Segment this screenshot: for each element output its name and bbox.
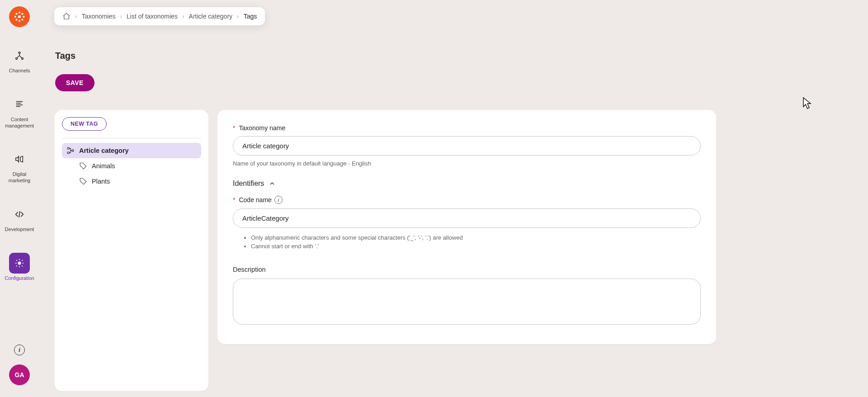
sidebar-item-digital-marketing[interactable]: Digital marketing xyxy=(0,149,39,184)
code-name-rules: Only alphanumeric characters and some sp… xyxy=(251,234,701,250)
svg-point-1 xyxy=(19,12,20,14)
sidebar-item-label: Configuration xyxy=(5,275,34,282)
svg-point-5 xyxy=(16,13,18,15)
sidebar-item-configuration[interactable]: Configuration xyxy=(0,253,39,282)
cursor-icon xyxy=(802,97,813,110)
chevron-right-icon: › xyxy=(237,13,239,20)
tag-icon xyxy=(79,162,87,170)
svg-point-11 xyxy=(22,58,24,60)
breadcrumb: › Taxonomies › List of taxonomies › Arti… xyxy=(54,7,265,25)
rule-item: Only alphanumeric characters and some sp… xyxy=(251,234,701,241)
form-panel: * Taxonomy name Name of your taxonomy in… xyxy=(217,110,716,344)
chevron-right-icon: › xyxy=(120,13,122,20)
channels-icon xyxy=(9,45,30,66)
sidebar-item-label: Digital marketing xyxy=(9,171,30,184)
svg-point-0 xyxy=(18,15,21,18)
hierarchy-icon xyxy=(66,147,75,155)
svg-point-12 xyxy=(18,262,21,265)
chevron-right-icon: › xyxy=(75,13,77,20)
app-logo[interactable] xyxy=(9,6,30,27)
marketing-icon xyxy=(9,149,30,170)
logo-icon xyxy=(13,10,26,23)
avatar[interactable]: GA xyxy=(9,364,30,385)
development-icon xyxy=(9,204,30,225)
sidebar-bottom: i GA xyxy=(9,345,30,397)
svg-point-4 xyxy=(23,16,24,18)
code-name-label: * Code name i xyxy=(233,196,701,204)
svg-point-10 xyxy=(16,58,18,60)
help-icon[interactable]: i xyxy=(14,345,25,355)
sidebar-item-label: Development xyxy=(5,227,34,233)
save-button[interactable]: SAVE xyxy=(55,74,94,91)
code-name-input[interactable] xyxy=(233,208,701,228)
required-asterisk: * xyxy=(233,124,235,132)
breadcrumb-item[interactable]: List of taxonomies xyxy=(127,13,178,20)
tree-panel: NEW TAG Article category Animals Plants xyxy=(55,110,208,391)
description-textarea[interactable] xyxy=(233,279,701,325)
taxonomy-name-label: * Taxonomy name xyxy=(233,124,701,132)
breadcrumb-item[interactable]: Article category xyxy=(189,13,232,20)
taxonomy-name-helper: Name of your taxonomy in default languag… xyxy=(233,160,701,167)
svg-point-3 xyxy=(14,16,16,18)
app-sidebar: Channels Content management Digital mark… xyxy=(0,0,39,397)
tree-node-label: Animals xyxy=(92,162,115,170)
content-icon xyxy=(9,94,30,115)
svg-point-9 xyxy=(19,52,20,54)
rule-item: Cannot start or end with '.' xyxy=(251,243,701,250)
svg-point-2 xyxy=(19,20,20,22)
chevron-up-icon xyxy=(269,180,276,187)
svg-rect-15 xyxy=(72,150,74,151)
divider xyxy=(62,138,201,138)
sidebar-item-development[interactable]: Development xyxy=(0,204,39,233)
svg-point-6 xyxy=(21,13,23,15)
breadcrumb-item-current: Tags xyxy=(244,13,257,20)
new-tag-button[interactable]: NEW TAG xyxy=(62,117,107,131)
breadcrumb-item[interactable]: Taxonomies xyxy=(82,13,116,20)
tree-node-label: Plants xyxy=(92,178,110,185)
tag-icon xyxy=(79,177,87,185)
info-icon[interactable]: i xyxy=(274,196,283,204)
page-title: Tags xyxy=(55,51,75,61)
tree-node-child[interactable]: Plants xyxy=(75,174,201,189)
svg-rect-14 xyxy=(67,152,69,154)
tree-node-label: Article category xyxy=(79,147,129,154)
svg-point-7 xyxy=(16,19,18,20)
required-asterisk: * xyxy=(233,196,235,203)
svg-point-8 xyxy=(21,19,23,20)
tree-node-root[interactable]: Article category xyxy=(62,143,201,158)
svg-rect-13 xyxy=(67,147,69,149)
sidebar-item-content-management[interactable]: Content management xyxy=(0,94,39,129)
configuration-icon xyxy=(9,253,30,274)
chevron-right-icon: › xyxy=(182,13,184,20)
description-label: Description xyxy=(233,266,701,273)
identifiers-label: Identifiers xyxy=(233,180,264,188)
home-icon[interactable] xyxy=(62,12,71,20)
sidebar-item-label: Channels xyxy=(9,68,30,74)
identifiers-toggle[interactable]: Identifiers xyxy=(233,180,701,188)
sidebar-item-label: Content management xyxy=(5,117,34,129)
sidebar-item-channels[interactable]: Channels xyxy=(0,45,39,74)
taxonomy-name-input[interactable] xyxy=(233,136,701,156)
tree-node-child[interactable]: Animals xyxy=(75,158,201,174)
